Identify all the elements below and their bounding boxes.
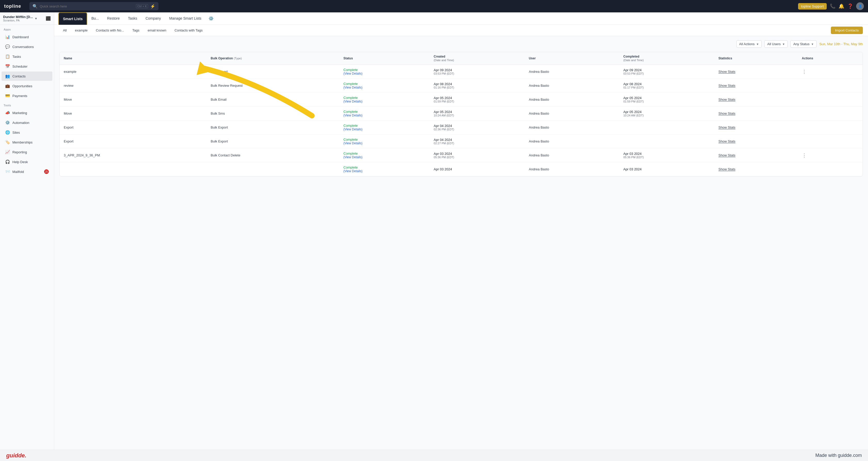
sidebar-item-conversations[interactable]: 💬 Conversations	[2, 42, 52, 51]
view-details-link[interactable]: (View Details)	[343, 86, 426, 89]
completed-date: Apr 03 2024	[623, 167, 710, 171]
sidebar-item-reporting[interactable]: 📈 Reporting	[2, 147, 52, 157]
chevron-down-icon: ▼	[782, 42, 785, 46]
sidebar-item-marketing[interactable]: 📣 Marketing	[2, 108, 52, 118]
sub-tab-all[interactable]: All	[59, 27, 70, 34]
completed-date: Apr 09 2024	[623, 68, 710, 72]
show-stats-link[interactable]: Show Stats	[718, 70, 735, 73]
cell-user: Andrea Basto	[525, 106, 619, 121]
bell-icon[interactable]: 🔔	[839, 3, 844, 9]
sidebar-item-label: Opportunities	[12, 84, 32, 88]
cell-user: Andrea Basto	[525, 162, 619, 176]
sidebar-item-mailfold[interactable]: 📨 Mailfold 25	[2, 167, 52, 176]
help-icon[interactable]: ❓	[847, 3, 853, 9]
search-input[interactable]	[40, 4, 134, 8]
cell-status: Complete (View Details)	[339, 106, 430, 121]
cell-actions	[798, 121, 863, 134]
show-stats-link[interactable]: Show Stats	[718, 153, 735, 157]
avatar[interactable]: 👤	[856, 2, 864, 10]
sidebar-item-opportunities[interactable]: 💼 Opportunities	[2, 81, 52, 91]
all-users-filter[interactable]: All Users ▼	[764, 40, 788, 48]
sidebar-item-tasks[interactable]: 📋 Tasks	[2, 52, 52, 61]
table-row: Move Bulk Email Complete (View Details) …	[60, 93, 863, 106]
any-status-filter[interactable]: Any Status ▼	[790, 40, 817, 48]
sub-tab-example[interactable]: example	[71, 27, 91, 34]
support-button[interactable]: topline Support	[798, 3, 827, 9]
status-text: Complete	[343, 82, 426, 86]
tab-smart-lists[interactable]: Smart Lists	[58, 12, 87, 25]
cell-name: Move	[60, 106, 207, 121]
cell-stats: Show Stats	[714, 93, 798, 106]
view-details-link[interactable]: (View Details)	[343, 72, 426, 75]
created-date: Apr 03 2024	[434, 152, 521, 156]
all-actions-filter[interactable]: All Actions ▼	[736, 40, 762, 48]
sidebar-item-contacts[interactable]: 👥 Contacts	[2, 71, 52, 81]
view-details-link[interactable]: (View Details)	[343, 127, 426, 131]
col-status: Status	[339, 52, 430, 65]
cell-user: Andrea Basto	[525, 121, 619, 134]
show-stats-link[interactable]: Show Stats	[718, 125, 735, 129]
view-details-link[interactable]: (View Details)	[343, 100, 426, 103]
cell-user: Andrea Basto	[525, 93, 619, 106]
show-stats-link[interactable]: Show Stats	[718, 84, 735, 88]
workspace-selector[interactable]: Dunder Mifflin [D... Scranton, PA ▼ ⬛	[0, 12, 54, 25]
sidebar-item-scheduler[interactable]: 📅 Scheduler	[2, 62, 52, 71]
sidebar-item-label: Mailfold	[12, 170, 24, 174]
phone-icon[interactable]: 📞	[830, 3, 836, 9]
mailfold-icon: 📨	[5, 169, 10, 174]
view-details-link[interactable]: (View Details)	[343, 114, 426, 117]
view-details-link[interactable]: (View Details)	[343, 142, 426, 145]
search-bar[interactable]: 🔍 Ctrl + K ⚡	[29, 2, 158, 10]
table-row: review Bulk Review Request Complete (Vie…	[60, 79, 863, 93]
show-stats-link[interactable]: Show Stats	[718, 112, 735, 115]
table-row: Export Bulk Export Complete (View Detail…	[60, 121, 863, 134]
view-details-link[interactable]: (View Details)	[343, 155, 426, 159]
lightning-icon: ⚡	[150, 4, 155, 9]
sidebar-item-memberships[interactable]: 🏷️ Memberships	[2, 137, 52, 147]
created-date: Apr 03 2024	[434, 167, 521, 171]
tab-restore[interactable]: Restore	[103, 12, 124, 25]
date-range-picker[interactable]: Sun, Mar 10th - Thu, May 9th	[819, 42, 863, 46]
status-text: Complete	[343, 152, 426, 155]
sidebar-item-automation[interactable]: ⚙️ Automation	[2, 118, 52, 127]
cell-user: Andrea Basto	[525, 134, 619, 148]
tab-bulk[interactable]: Bu...	[87, 12, 103, 25]
settings-icon[interactable]: ⚙️	[209, 16, 214, 21]
guidde-logo: guidde.	[6, 452, 26, 459]
top-navigation: topline 🔍 Ctrl + K ⚡ topline Support 📞 🔔…	[0, 0, 868, 12]
cell-status: Complete (View Details)	[339, 93, 430, 106]
search-icon: 🔍	[32, 4, 38, 9]
sidebar-item-label: Contacts	[12, 74, 26, 78]
show-stats-link[interactable]: Show Stats	[718, 140, 735, 143]
show-stats-link[interactable]: Show Stats	[718, 98, 735, 101]
tab-manage-smart-lists[interactable]: Manage Smart Lists	[165, 12, 206, 25]
layout-icon[interactable]: ⬛	[46, 16, 51, 21]
cell-created: Apr 03 2024	[430, 162, 525, 176]
actions-menu-icon[interactable]: ⋮	[802, 153, 807, 158]
sub-tab-email-known[interactable]: email known	[144, 27, 170, 34]
sidebar-item-dashboard[interactable]: 📊 Dashboard	[2, 32, 52, 41]
cell-stats: Show Stats	[714, 148, 798, 162]
view-details-link[interactable]: (View Details)	[343, 169, 426, 173]
sidebar-item-helpdesk[interactable]: 🎧 Help Desk	[2, 157, 52, 166]
cell-completed: Apr 08 2024 01:17 PM (EDT)	[619, 79, 714, 93]
sidebar-item-payments[interactable]: 💳 Payments	[2, 91, 52, 100]
sub-tab-contacts-no[interactable]: Contacts with No...	[92, 27, 128, 34]
tab-tasks[interactable]: Tasks	[124, 12, 142, 25]
cell-actions	[798, 79, 863, 93]
sub-tab-tags[interactable]: Tags	[129, 27, 143, 34]
import-contacts-button[interactable]: Import Contacts	[831, 27, 863, 34]
actions-menu-icon[interactable]: ⋮	[802, 69, 807, 74]
cell-operation: Bulk Sms	[207, 106, 339, 121]
status-text: Complete	[343, 68, 426, 72]
sidebar-item-sites[interactable]: 🌐 Sites	[2, 128, 52, 137]
tab-company[interactable]: Company	[142, 12, 165, 25]
sub-tab-contacts-tags[interactable]: Contacts with Tags	[171, 27, 206, 34]
cell-actions	[798, 93, 863, 106]
show-stats-link[interactable]: Show Stats	[718, 167, 735, 171]
cell-actions: ⋮	[798, 148, 863, 162]
completed-date: Apr 05 2024	[623, 96, 710, 100]
cell-operation: Bulk Contact Delete	[207, 148, 339, 162]
tab-label: Bu...	[91, 16, 99, 21]
completed-time: 10:24 AM (EDT)	[623, 114, 710, 117]
